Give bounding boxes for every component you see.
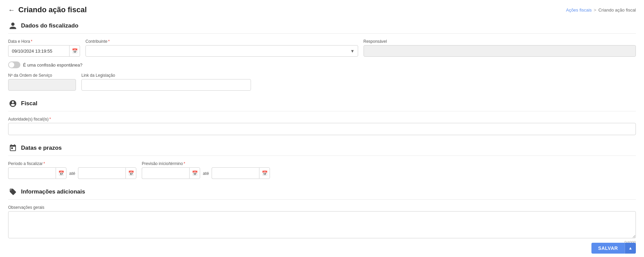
field-link-legislacao: Link da Legislação (81, 73, 251, 91)
section-info-header: Informações adicionais (8, 187, 636, 200)
periodo-fim-input[interactable] (78, 167, 125, 179)
confissao-toggle[interactable] (8, 61, 20, 68)
section-fiscalizado-title: Dados do fiscalizado (21, 22, 78, 29)
ate-label-periodo: até (69, 171, 75, 176)
required-star-periodo: * (43, 161, 45, 166)
previsao-fim-group: 📅 (212, 167, 270, 179)
back-button[interactable]: ← (8, 6, 15, 13)
section-fiscal: Fiscal Autoridade(s) fiscal(is)* (8, 99, 636, 135)
data-hora-input[interactable] (8, 45, 69, 57)
save-arrow-button[interactable]: ▲ (625, 243, 636, 254)
required-star-previsao: * (183, 161, 185, 166)
breadcrumb-parent[interactable]: Ações fiscais (566, 7, 592, 13)
label-link-legislacao: Link da Legislação (81, 73, 251, 78)
calendar-icon-periodo-inicio: 📅 (58, 170, 64, 176)
breadcrumb-separator: > (594, 7, 597, 13)
section-datas: Datas e prazos Período a fiscalizar* 📅 a… (8, 143, 636, 179)
field-periodo: Período a fiscalizar* 📅 até 📅 (8, 161, 136, 179)
field-responsavel: Responsável (364, 39, 636, 57)
calendar-section-icon (8, 143, 18, 153)
bottom-bar: SALVAR ▲ (0, 239, 644, 257)
label-data-hora: Data e Hora* (8, 39, 80, 44)
calendar-icon: 📅 (72, 48, 78, 54)
form-row-1: Data e Hora* 📅 Contribuinte* ▼ (8, 39, 636, 57)
observacoes-textarea[interactable] (8, 211, 636, 238)
section-datas-title: Datas e prazos (21, 145, 62, 151)
periodo-inicio-input[interactable] (8, 167, 56, 179)
contribuinte-select[interactable] (85, 45, 358, 57)
date-input-group: 📅 (8, 45, 80, 57)
periodo-inicio-group: 📅 (8, 167, 66, 179)
ordem-servico-input[interactable] (8, 79, 76, 91)
page-header: ← Criando ação fiscal Ações fiscais > Cr… (8, 5, 636, 14)
confissao-label: É uma confissão espontânea? (23, 62, 82, 68)
label-observacoes: Observações gerais (8, 205, 636, 210)
ate-label-previsao: até (203, 171, 209, 176)
data-hora-calendar-btn[interactable]: 📅 (69, 45, 80, 57)
previsao-fim-input[interactable] (212, 167, 259, 179)
previsao-inicio-input[interactable] (142, 167, 189, 179)
label-autoridades: Autoridade(s) fiscal(is)* (8, 117, 636, 122)
label-periodo: Período a fiscalizar* (8, 161, 136, 166)
label-previsao: Previsão início/término* (142, 161, 270, 166)
person-icon (8, 21, 18, 31)
calendar-icon-previsao-fim: 📅 (262, 170, 268, 176)
calendar-icon-previsao-inicio: 📅 (192, 170, 198, 176)
contribuinte-select-wrapper: ▼ (85, 45, 358, 57)
field-previsao: Previsão início/término* 📅 até 📅 (142, 161, 270, 179)
field-ordem-servico: Nº da Ordem de Serviço (8, 73, 76, 91)
periodo-fim-group: 📅 (78, 167, 136, 179)
autoridades-input[interactable] (8, 123, 636, 135)
tag-icon (8, 187, 18, 197)
previsao-inicio-group: 📅 (142, 167, 200, 179)
label-ordem-servico: Nº da Ordem de Serviço (8, 73, 76, 78)
breadcrumb-current: Criando ação fiscal (598, 7, 636, 13)
save-button[interactable]: SALVAR (591, 243, 625, 254)
datas-form-row: Período a fiscalizar* 📅 até 📅 (8, 161, 636, 179)
confissao-toggle-row: É uma confissão espontânea? (8, 61, 636, 68)
required-star-data-hora: * (31, 39, 33, 44)
section-fiscalizado: Dados do fiscalizado Data e Hora* 📅 Cont… (8, 21, 636, 91)
field-data-hora: Data e Hora* 📅 (8, 39, 80, 57)
responsavel-input (364, 45, 636, 57)
periodo-row: 📅 até 📅 (8, 167, 136, 179)
section-datas-header: Datas e prazos (8, 143, 636, 156)
calendar-icon-periodo-fim: 📅 (128, 170, 134, 176)
toggle-slider (8, 61, 20, 68)
required-star-autoridades: * (49, 117, 51, 122)
link-legislacao-input[interactable] (81, 79, 251, 91)
save-btn-group: SALVAR ▲ (591, 243, 636, 254)
periodo-inicio-calendar-btn[interactable]: 📅 (56, 167, 66, 179)
section-fiscalizado-header: Dados do fiscalizado (8, 21, 636, 34)
section-fiscal-header: Fiscal (8, 99, 636, 111)
label-responsavel: Responsável (364, 39, 636, 44)
label-contribuinte: Contribuinte* (85, 39, 358, 44)
periodo-fim-calendar-btn[interactable]: 📅 (125, 167, 136, 179)
previsao-fim-calendar-btn[interactable]: 📅 (259, 167, 270, 179)
section-info: Informações adicionais Observações gerai… (8, 187, 636, 244)
required-star-contribuinte: * (108, 39, 110, 44)
previsao-row: 📅 até 📅 (142, 167, 270, 179)
field-contribuinte: Contribuinte* ▼ (85, 39, 358, 57)
section-fiscal-title: Fiscal (21, 100, 37, 107)
page-title: Criando ação fiscal (18, 5, 87, 14)
section-info-title: Informações adicionais (21, 188, 85, 195)
previsao-inicio-calendar-btn[interactable]: 📅 (189, 167, 200, 179)
person-circle-icon (8, 99, 18, 108)
field-observacoes: Observações gerais 0/4000 (8, 205, 636, 244)
breadcrumb: Ações fiscais > Criando ação fiscal (566, 7, 636, 13)
field-autoridades: Autoridade(s) fiscal(is)* (8, 117, 636, 135)
form-row-2: Nº da Ordem de Serviço Link da Legislaçã… (8, 73, 636, 91)
